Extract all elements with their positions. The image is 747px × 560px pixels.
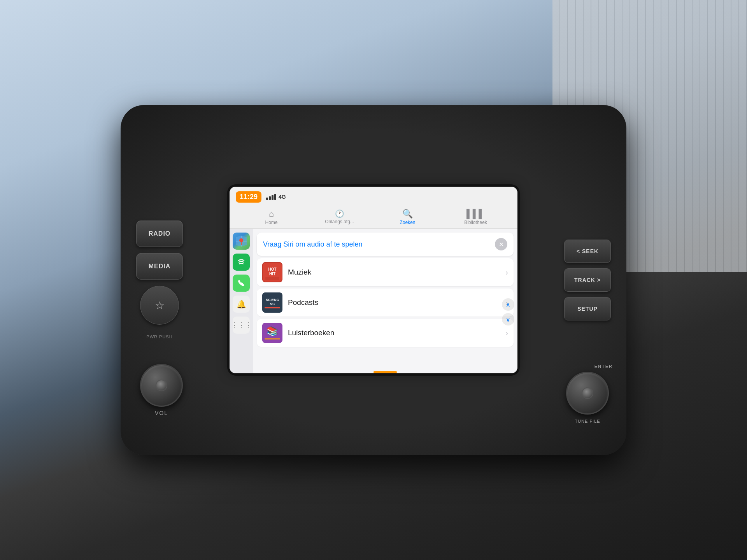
svg-rect-15 (265, 338, 280, 340)
setup-label: SETUP (577, 306, 598, 312)
svg-rect-12 (265, 307, 280, 308)
podcasts-label: Podcasts (288, 298, 500, 307)
media-row-podcasts[interactable]: SCIENC VS Podcasts › (257, 289, 514, 317)
phone-app-icon[interactable] (233, 275, 250, 292)
tab-library[interactable]: ▌▌▌ Bibliotheek (442, 206, 510, 228)
grid-icon: ⋮⋮⋮ (233, 321, 250, 329)
svg-rect-8 (265, 277, 279, 280)
scroll-down-button[interactable]: ∨ (502, 313, 514, 326)
tab-home[interactable]: ⌂ Home (237, 206, 305, 228)
search-icon: 🔍 (402, 209, 413, 219)
seek-button[interactable]: < SEEK (564, 240, 611, 263)
status-bar: 11:29 4G (230, 187, 517, 204)
tune-knob[interactable] (566, 372, 609, 415)
tab-recent[interactable]: 🕐 Onlangs afg... (305, 207, 374, 227)
spotify-app-icon[interactable] (233, 254, 250, 271)
muziek-chevron-icon: › (505, 268, 508, 277)
pwr-area: PWR PUSH (146, 334, 172, 340)
volume-knob[interactable] (140, 364, 183, 407)
signal-area: 4G (266, 194, 286, 200)
radio-button[interactable]: RADIO (136, 220, 183, 247)
svg-point-1 (239, 238, 243, 242)
setup-button[interactable]: SETUP (564, 297, 611, 320)
enter-label: ENTER (594, 364, 613, 369)
network-type: 4G (279, 194, 286, 200)
bottom-indicator (374, 371, 397, 373)
luisterboeken-label: Luisterboeken (288, 329, 500, 337)
bell-icon: 🔔 (237, 299, 246, 309)
chevron-down-icon: ∨ (506, 316, 510, 323)
recent-icon: 🕐 (335, 209, 344, 218)
tab-search[interactable]: 🔍 Zoeken (374, 206, 442, 228)
library-icon: ▌▌▌ (466, 209, 485, 219)
maps-app-icon[interactable] (233, 233, 250, 250)
svg-text:VS: VS (270, 302, 275, 306)
svg-text:HOT: HOT (268, 267, 276, 271)
tab-home-label: Home (265, 220, 277, 225)
notification-app-icon[interactable]: 🔔 (233, 296, 250, 313)
signal-bar-1 (266, 198, 268, 200)
media-button[interactable]: MEDIA (136, 253, 183, 280)
star-icon: ☆ (155, 299, 165, 312)
siri-suggestion-text: Vraag Siri om audio af te spelen (263, 240, 362, 248)
left-control-panel: RADIO MEDIA ☆ PWR PUSH (136, 220, 183, 340)
podcasts-thumbnail: SCIENC VS (262, 292, 282, 313)
media-list: HOT HIT Muziek › SCIENC (253, 258, 517, 373)
tune-control: ENTER TUNE FILE (566, 372, 609, 424)
svg-text:📚: 📚 (267, 326, 278, 337)
tab-library-label: Bibliotheek (464, 220, 487, 225)
muziek-label: Muziek (288, 268, 500, 276)
carplay-screen: 11:29 4G ⌂ Home 🕐 Onlangs afg... (230, 187, 517, 373)
nav-tabs: ⌂ Home 🕐 Onlangs afg... 🔍 Zoeken ▌▌▌ Bib… (230, 204, 517, 229)
signal-bar-2 (269, 196, 271, 200)
tune-file-label: TUNE FILE (575, 418, 600, 424)
muziek-thumbnail: HOT HIT (262, 262, 282, 282)
siri-banner: Vraag Siri om audio af te spelen ✕ (257, 233, 514, 256)
tune-knob-indicator (582, 387, 593, 399)
right-control-panel: < SEEK TRACK > SETUP (564, 240, 611, 320)
time-display: 11:29 (236, 191, 261, 203)
signal-bar-4 (274, 194, 276, 200)
car-dashboard: RADIO MEDIA ☆ PWR PUSH VOL 11:29 (121, 105, 626, 455)
pwr-label: PWR PUSH (146, 334, 172, 340)
media-row-muziek[interactable]: HOT HIT Muziek › (257, 258, 514, 286)
luisterboeken-chevron-icon: › (505, 329, 508, 338)
chevron-up-icon: ∧ (506, 301, 510, 308)
track-label: TRACK > (574, 277, 601, 283)
home-icon: ⌂ (269, 209, 274, 219)
scroll-controls: ∧ ∨ (502, 298, 514, 326)
signal-bar-3 (272, 195, 274, 200)
grid-app-icon[interactable]: ⋮⋮⋮ (233, 317, 250, 334)
enter-knob-area: ENTER (566, 372, 609, 415)
svg-point-2 (236, 257, 247, 268)
tab-recent-label: Onlangs afg... (325, 219, 354, 224)
app-sidebar: 🔔 ⋮⋮⋮ (230, 229, 253, 373)
main-content-area: Vraag Siri om audio af te spelen ✕ ∧ ∨ (253, 229, 517, 373)
knob-indicator (156, 380, 167, 391)
close-icon: ✕ (499, 241, 504, 248)
vol-label: VOL (155, 410, 168, 416)
favorite-button[interactable]: ☆ (140, 286, 179, 325)
siri-close-button[interactable]: ✕ (495, 238, 507, 250)
volume-control: VOL (140, 364, 183, 416)
signal-bars (266, 194, 276, 200)
track-button[interactable]: TRACK > (564, 268, 611, 292)
luisterboeken-thumbnail: 📚 (262, 323, 282, 343)
tab-search-label: Zoeken (400, 220, 415, 225)
svg-text:SCIENC: SCIENC (266, 298, 279, 302)
screen-content: 🔔 ⋮⋮⋮ Vraag Siri om audio af te spelen ✕ (230, 229, 517, 373)
scroll-up-button[interactable]: ∧ (502, 298, 514, 311)
seek-label: < SEEK (577, 248, 598, 254)
svg-text:HIT: HIT (269, 272, 275, 276)
media-row-luisterboeken[interactable]: 📚 Luisterboeken › (257, 319, 514, 347)
